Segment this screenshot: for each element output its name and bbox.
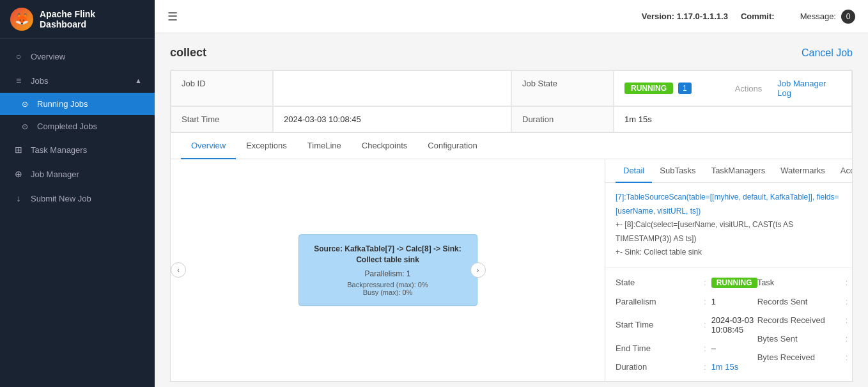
metric-duration-label: Duration [616,362,699,372]
tab-timeline[interactable]: TimeLine [297,133,352,159]
sidebar-running-jobs-label: Running Jobs [37,99,88,109]
submit-job-icon: ↓ [13,193,24,203]
job-state-label: Job State [511,70,614,106]
job-state-value: RUNNING 1 Actions Job Manager Log [614,70,852,106]
detail-pane: Detail SubTasks TaskManagers Watermarks … [605,159,852,381]
detail-tab-watermarks[interactable]: Watermarks [773,159,833,183]
overview-icon: ○ [13,51,24,61]
sidebar-title: Apache Flink Dashboard [40,9,144,29]
metric-bytes-received: Bytes Received : 0 B [757,348,852,367]
metric-records-sent-label: Records Sent [757,297,841,306]
node-info-line2: +- [8]:Calc(select=[userName, visitURL, … [616,218,842,246]
jobs-chevron-icon: ▲ [135,77,142,84]
main-area: ☰ Version: 1.17.0-1.1.1.3 Commit: Messag… [155,0,868,387]
metric-task: Task : 1 [757,273,852,292]
metric-duration-value: 1m 15s [711,362,739,372]
version-info: Version: 1.17.0-1.1.1.3 [642,12,728,21]
version-value: 1.17.0-1.1.1.3 [677,12,728,21]
detail-tab-detail[interactable]: Detail [616,159,652,183]
duration-value: 1m 15s [614,106,852,132]
metric-state: State : RUNNING [616,273,757,292]
message-badge: 0 [841,10,855,24]
metric-parallelism-label: Parallelism [616,297,699,306]
message-label: Message: [800,12,836,21]
sidebar-item-label: Overview [31,52,65,61]
node-info-line1: [7]:TableSourceScan(table=[[myhive, defa… [616,191,842,218]
tab-exceptions[interactable]: Exceptions [236,133,297,159]
detail-node-info: [7]:TableSourceScan(table=[[myhive, defa… [605,183,852,268]
job-info-card: Job ID Job State RUNNING 1 Actions Job M… [170,70,853,133]
sidebar-task-managers-label: Task Managers [31,145,87,155]
message-info: Message: 0 [800,10,855,24]
topbar: ☰ Version: 1.17.0-1.1.1.3 Commit: Messag… [155,0,868,33]
metric-records-received-label: Records Received [757,315,841,325]
tab-overview[interactable]: Overview [181,133,236,159]
metric-records-sent: Records Sent : 0 [757,292,852,311]
metric-start-time: Start Time : 2024-03-03 10:08:45 [616,311,757,339]
sidebar-item-submit-new-job[interactable]: ↓ Submit New Job [0,186,155,210]
commit-label: Commit: [741,12,775,21]
metric-duration: Duration : 1m 15s [616,358,757,376]
menu-icon[interactable]: ☰ [167,10,178,24]
sidebar-item-jobs[interactable]: ≡ Jobs ▲ [0,68,155,93]
toggle-collapse-btn[interactable]: ‹ [171,262,186,278]
sidebar-item-job-manager[interactable]: ⊕ Job Manager [0,162,155,186]
commit-info: Commit: [741,12,775,21]
detail-tabs: Detail SubTasks TaskManagers Watermarks … [605,159,852,183]
metric-records-received: Records Received : 0 [757,311,852,329]
metric-state-value: RUNNING [711,278,757,288]
metrics-left: State : RUNNING Parallelism : 1 Start Ti… [616,273,757,376]
metric-bytes-received-label: Bytes Received [757,352,841,362]
metric-end-time-value: – [711,344,716,353]
toggle-expand-btn[interactable]: › [470,262,486,278]
running-badge: RUNNING [624,83,673,94]
job-info-table: Job ID Job State RUNNING 1 Actions Job M… [171,70,852,132]
metric-bytes-sent: Bytes Sent : 0 B [757,329,852,348]
actions-label: Actions [735,84,763,93]
detail-tab-accumulators[interactable]: Accumulators [833,159,852,183]
task-managers-icon: ⊞ [13,145,24,155]
tab-configuration[interactable]: Configuration [417,133,487,159]
metric-parallelism: Parallelism : 1 [616,292,757,311]
metric-end-time: End Time : – [616,339,757,358]
graph-node[interactable]: Source: KafkaTable[7] -> Calc[8] -> Sink… [298,235,477,306]
graph-node-subtitle: Parallelism: 1 [309,269,467,278]
version-label: Version: [642,12,674,21]
content-area: collect Cancel Job Job ID Job State RUNN… [155,33,868,387]
graph-node-stat1: Backpressured (max): 0% [309,281,467,288]
metric-start-time-label: Start Time [616,320,699,329]
sidebar-item-task-managers[interactable]: ⊞ Task Managers [0,138,155,162]
start-time-label: Start Time [171,106,273,132]
node-info-line3: +- Sink: Collect table sink [616,246,842,260]
tab-checkpoints[interactable]: Checkpoints [352,133,418,159]
sidebar-item-running-jobs[interactable]: ⊙ Running Jobs [0,93,155,115]
job-id-label: Job ID [171,70,273,106]
graph-area: Source: KafkaTable[7] -> Calc[8] -> Sink… [171,159,605,381]
start-time-value: 2024-03-03 10:08:45 [273,106,511,132]
sidebar-jobs-label: Jobs [31,76,48,86]
metrics-right: Task : 1 Records Sent : 0 Records Receiv… [757,273,852,376]
graph-node-title: Source: KafkaTable[7] -> Calc[8] -> Sink… [309,244,467,266]
overview-pane: Source: KafkaTable[7] -> Calc[8] -> Sink… [170,159,853,382]
metric-end-time-label: End Time [616,344,699,353]
metric-state-label: State [616,278,699,287]
sidebar-completed-jobs-label: Completed Jobs [37,122,97,131]
metric-task-label: Task [757,278,841,287]
job-id-value [273,70,511,106]
running-jobs-icon: ⊙ [19,100,31,109]
cancel-job-button[interactable]: Cancel Job [802,47,853,59]
metric-bytes-sent-label: Bytes Sent [757,334,841,344]
job-manager-log-link[interactable]: Job Manager Log [777,79,841,98]
sidebar-submit-job-label: Submit New Job [31,194,91,203]
job-manager-icon: ⊕ [13,169,24,179]
sidebar-item-overview[interactable]: ○ Overview [0,44,155,68]
page-title: collect [170,46,206,59]
detail-tab-subtasks[interactable]: SubTasks [652,159,703,183]
detail-tab-taskmanagers[interactable]: TaskManagers [704,159,773,183]
metric-parallelism-value: 1 [711,297,716,306]
detail-metrics: State : RUNNING Parallelism : 1 Start Ti… [605,268,852,381]
flink-logo: 🦊 [10,8,33,31]
metric-start-time-value: 2024-03-03 10:08:45 [711,315,757,335]
sidebar-item-completed-jobs[interactable]: ⊙ Completed Jobs [0,115,155,138]
page-header: collect Cancel Job [170,46,853,59]
